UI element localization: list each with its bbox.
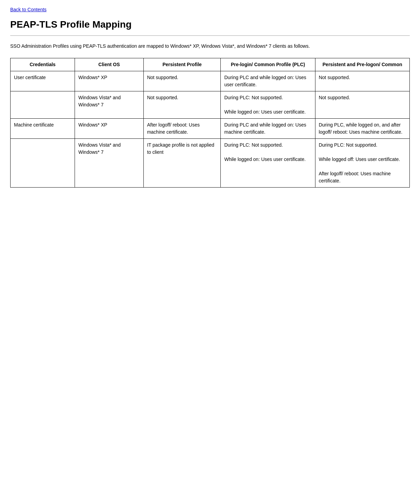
cell-credentials: User certificate <box>11 71 75 91</box>
page-title: PEAP-TLS Profile Mapping <box>10 19 410 30</box>
title-divider <box>10 35 410 36</box>
cell-persistent-profile: After logoff/ reboot: Uses machine certi… <box>143 119 221 139</box>
cell-prelogin: During PLC and while logged on: Uses mac… <box>221 119 315 139</box>
cell-client-os: Windows Vista* and Windows* 7 <box>75 139 144 188</box>
cell-client-os: Windows* XP <box>75 71 144 91</box>
cell-persistent-prelogon: Not supported. <box>315 91 409 119</box>
cell-persistent-prelogon: During PLC, while logged on, and after l… <box>315 119 409 139</box>
cell-credentials <box>11 91 75 119</box>
header-prelogin: Pre-login/ Common Profile (PLC) <box>221 58 315 71</box>
back-to-contents-link[interactable]: Back to Contents <box>10 7 47 12</box>
table-header-row: Credentials Client OS Persistent Profile… <box>11 58 410 71</box>
cell-persistent-profile: Not supported. <box>143 91 221 119</box>
cell-credentials <box>11 139 75 188</box>
cell-persistent-prelogon: Not supported. <box>315 71 409 91</box>
cell-client-os: Windows* XP <box>75 119 144 139</box>
cell-prelogin: During PLC and while logged on: Uses use… <box>221 71 315 91</box>
cell-persistent-prelogon: During PLC: Not supported.While logged o… <box>315 139 409 188</box>
cell-client-os: Windows Vista* and Windows* 7 <box>75 91 144 119</box>
peap-tls-table: Credentials Client OS Persistent Profile… <box>10 58 410 188</box>
cell-credentials: Machine certificate <box>11 119 75 139</box>
table-row: User certificateWindows* XPNot supported… <box>11 71 410 91</box>
table-row: Windows Vista* and Windows* 7IT package … <box>11 139 410 188</box>
table-row: Windows Vista* and Windows* 7Not support… <box>11 91 410 119</box>
header-credentials: Credentials <box>11 58 75 71</box>
header-persistent-prelogon: Persistent and Pre-logon/ Common <box>315 58 409 71</box>
cell-prelogin: During PLC: Not supported.While logged o… <box>221 91 315 119</box>
cell-prelogin: During PLC: Not supported.While logged o… <box>221 139 315 188</box>
intro-paragraph: SSO Administration Profiles using PEAP-T… <box>10 43 410 50</box>
table-row: Machine certificateWindows* XPAfter logo… <box>11 119 410 139</box>
header-client-os: Client OS <box>75 58 144 71</box>
cell-persistent-profile: IT package profile is not applied to cli… <box>143 139 221 188</box>
cell-persistent-profile: Not supported. <box>143 71 221 91</box>
header-persistent-profile: Persistent Profile <box>143 58 221 71</box>
